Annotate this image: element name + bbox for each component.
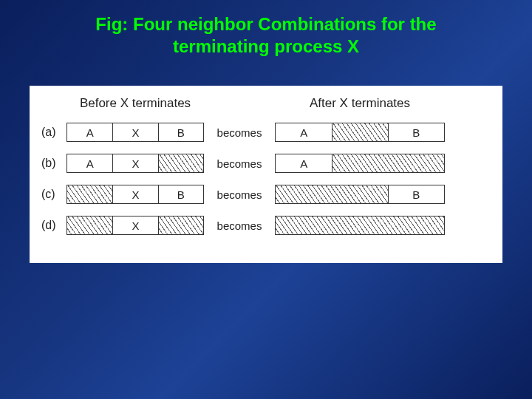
memory-cell: A [276, 154, 332, 172]
becomes-label: becomes [204, 219, 275, 232]
title-line-2: terminating process X [173, 36, 359, 56]
row-label: (b) [41, 157, 66, 170]
memory-cell: X [112, 185, 157, 203]
figure-title: Fig: Four neighbor Combinations for the … [0, 0, 532, 58]
memory-cell: B [388, 185, 444, 203]
column-headers: Before X terminates After X terminates [41, 96, 491, 111]
memory-cell: A [67, 123, 112, 141]
figure-panel: Before X terminates After X terminates (… [30, 86, 502, 263]
before-strip: AXB [66, 123, 204, 142]
memory-cell: B [158, 123, 203, 141]
memory-cell [276, 185, 388, 203]
memory-cell: X [112, 216, 157, 234]
memory-cell [332, 123, 387, 141]
becomes-label: becomes [204, 157, 275, 170]
header-before: Before X terminates [66, 96, 204, 111]
memory-cell [67, 185, 112, 203]
memory-cell [332, 154, 444, 172]
memory-cell: B [388, 123, 444, 141]
memory-cell: X [112, 123, 157, 141]
title-line-1: Fig: Four neighbor Combinations for the [95, 14, 436, 34]
row-label: (c) [41, 188, 66, 201]
after-strip [275, 216, 445, 235]
memory-cell [158, 154, 203, 172]
memory-cell: A [67, 154, 112, 172]
memory-cell [158, 216, 203, 234]
before-strip: AX [66, 154, 204, 173]
memory-cell [67, 216, 112, 234]
after-strip: A [275, 154, 445, 173]
memory-cell: X [112, 154, 157, 172]
row-label: (a) [41, 126, 66, 139]
becomes-label: becomes [204, 126, 275, 139]
diagram-row: (b)AXbecomesA [41, 154, 491, 173]
row-label: (d) [41, 219, 66, 232]
after-strip: B [275, 185, 445, 204]
diagram-row: (d)Xbecomes [41, 216, 491, 235]
diagram-row: (a)AXBbecomesAB [41, 123, 491, 142]
diagram-row: (c)XBbecomesB [41, 185, 491, 204]
before-strip: XB [66, 185, 204, 204]
memory-cell [276, 216, 444, 234]
before-strip: X [66, 216, 204, 235]
becomes-label: becomes [204, 188, 275, 201]
memory-cell: A [276, 123, 332, 141]
memory-cell: B [158, 185, 203, 203]
after-strip: AB [275, 123, 445, 142]
header-after: After X terminates [275, 96, 445, 111]
